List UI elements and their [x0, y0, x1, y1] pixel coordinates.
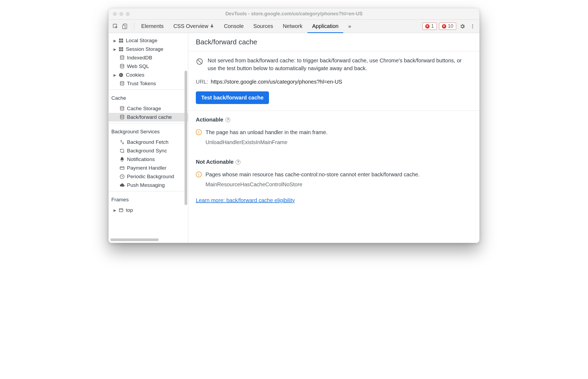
sidebar-item-session-storage[interactable]: ▶ Session Storage	[109, 45, 188, 53]
tab-sources[interactable]: Sources	[249, 20, 278, 33]
vertical-scrollbar[interactable]	[185, 71, 187, 205]
tab-label: Console	[224, 23, 243, 29]
sidebar-item-label: Push Messaging	[127, 182, 165, 188]
sidebar-item-indexeddb[interactable]: IndexedDB	[109, 53, 188, 62]
tab-css-overview[interactable]: CSS Overview	[168, 20, 219, 33]
cloud-icon	[119, 183, 125, 188]
not-actionable-message: Pages whose main resource has cache-cont…	[206, 171, 420, 178]
warning-icon: !	[196, 171, 202, 177]
sidebar-item-push-messaging[interactable]: Push Messaging	[109, 181, 188, 190]
svg-point-18	[121, 74, 122, 74]
window-controls	[113, 12, 130, 16]
card-icon	[119, 165, 125, 171]
main-panel: Back/forward cache Not served from back/…	[188, 33, 479, 243]
sidebar-item-trust-tokens[interactable]: Trust Tokens	[109, 79, 188, 88]
svg-point-15	[120, 64, 124, 66]
sidebar-item-label: Background Sync	[127, 148, 167, 154]
settings-button[interactable]	[458, 23, 466, 29]
svg-rect-9	[121, 41, 123, 43]
svg-rect-26	[119, 209, 123, 212]
sidebar-item-label: Payment Handler	[127, 165, 167, 171]
sidebar-item-cookies[interactable]: ▶ Cookies	[109, 71, 188, 79]
sidebar-item-label: IndexedDB	[127, 55, 152, 61]
database-icon	[119, 115, 125, 120]
titlebar: DevTools - store.google.com/us/category/…	[109, 8, 479, 20]
sidebar-item-label: Notifications	[127, 156, 155, 162]
more-menu-button[interactable]	[469, 24, 477, 29]
grid-icon	[118, 38, 124, 43]
sidebar-item-label: Local Storage	[126, 38, 157, 44]
svg-point-23	[120, 115, 124, 116]
sidebar-item-label: Back/forward cache	[127, 114, 172, 120]
issue-count-badge[interactable]: ✕ 10	[439, 23, 456, 30]
svg-point-14	[120, 56, 124, 57]
test-bfcache-button[interactable]: Test back/forward cache	[196, 91, 269, 104]
error-count-badge[interactable]: ✕ 1	[422, 23, 437, 30]
sidebar-item-label: Cookies	[126, 72, 144, 78]
sidebar-item-label: top	[126, 207, 133, 213]
issue-count: 10	[448, 23, 453, 29]
traffic-minimize[interactable]	[119, 12, 123, 16]
panel-title: Back/forward cache	[188, 33, 479, 51]
expand-arrow-icon: ▶	[114, 47, 116, 51]
flask-icon	[210, 23, 214, 29]
not-actionable-code: MainResourceHasCacheControlNoStore	[206, 181, 472, 188]
tab-label: Application	[312, 23, 339, 29]
application-sidebar: ▶ Local Storage ▶ Session Storage Indexe…	[109, 33, 188, 243]
horizontal-scrollbar[interactable]	[110, 238, 159, 241]
bell-icon	[119, 157, 125, 162]
error-dot-icon: ✕	[442, 24, 446, 28]
svg-rect-13	[121, 49, 123, 51]
sidebar-item-cache-storage[interactable]: Cache Storage	[109, 104, 188, 113]
device-toggle-icon[interactable]	[121, 22, 129, 30]
svg-point-17	[120, 74, 121, 75]
svg-rect-8	[119, 41, 121, 43]
sidebar-item-websql[interactable]: Web SQL	[109, 62, 188, 71]
svg-point-19	[121, 75, 122, 76]
database-icon	[119, 55, 125, 60]
tab-elements[interactable]: Elements	[136, 20, 168, 33]
sidebar-item-label: Session Storage	[126, 46, 163, 52]
tab-label: Network	[283, 23, 302, 29]
error-dot-icon: ✕	[425, 24, 430, 28]
inspect-icon[interactable]	[111, 22, 119, 30]
devtools-window: DevTools - store.google.com/us/category/…	[108, 8, 480, 243]
sidebar-item-notifications[interactable]: Notifications	[109, 155, 188, 164]
sidebar-item-label: Trust Tokens	[127, 81, 156, 87]
sidebar-item-bfcache[interactable]: Back/forward cache	[109, 113, 188, 121]
svg-rect-10	[119, 47, 121, 49]
grid-icon	[118, 47, 124, 52]
tabs-overflow[interactable]: »	[343, 20, 356, 33]
sidebar-item-payment-handler[interactable]: Payment Handler	[109, 164, 188, 172]
traffic-close[interactable]	[113, 12, 117, 16]
clock-icon	[119, 174, 125, 179]
sidebar-item-background-sync[interactable]: Background Sync	[109, 146, 188, 155]
sidebar-item-label: Web SQL	[127, 63, 149, 69]
expand-arrow-icon: ▶	[114, 208, 116, 212]
error-count: 1	[431, 23, 434, 29]
sidebar-item-label: Periodic Background	[127, 174, 174, 180]
sidebar-item-local-storage[interactable]: ▶ Local Storage	[109, 36, 188, 45]
sidebar-item-background-fetch[interactable]: Background Fetch	[109, 138, 188, 146]
traffic-zoom[interactable]	[126, 12, 130, 16]
sidebar-group-storage	[109, 33, 188, 35]
svg-point-22	[120, 106, 124, 108]
transfer-icon	[119, 140, 125, 145]
sidebar-group-frames: Frames	[109, 193, 188, 205]
tab-console[interactable]: Console	[219, 20, 248, 33]
tab-label: CSS Overview	[173, 23, 208, 29]
url-label: URL:	[196, 79, 208, 85]
learn-more-link[interactable]: Learn more: back/forward cache eligibili…	[196, 197, 295, 203]
sidebar-item-periodic-background[interactable]: Periodic Background	[109, 172, 188, 181]
help-icon[interactable]: ?	[236, 160, 240, 165]
tab-label: Sources	[253, 23, 273, 29]
svg-rect-2	[123, 25, 125, 29]
help-icon[interactable]: ?	[225, 117, 230, 122]
sidebar-item-label: Cache Storage	[127, 106, 161, 112]
sync-icon	[119, 148, 125, 153]
sidebar-item-frame-top[interactable]: ▶ top	[109, 206, 188, 214]
expand-arrow-icon: ▶	[114, 73, 116, 77]
tab-application[interactable]: Application	[307, 20, 343, 33]
tab-network[interactable]: Network	[278, 20, 307, 33]
svg-rect-11	[121, 47, 123, 49]
